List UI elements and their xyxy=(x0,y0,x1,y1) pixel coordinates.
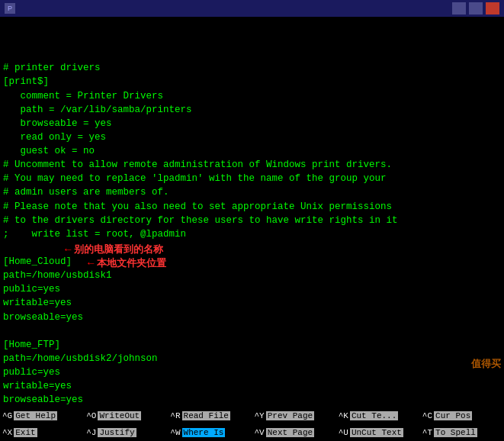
terminal-line: # admin users are members of. xyxy=(3,187,169,198)
terminal-line: # You may need to replace 'lpadmin' with… xyxy=(3,173,387,184)
shortcut-key-2: ^R xyxy=(170,411,180,420)
close-button[interactable] xyxy=(486,2,499,14)
terminal-line: # to the drivers directory for these use… xyxy=(3,215,398,226)
shortcut-key-3: ^Y xyxy=(254,411,264,420)
shortcut-key-7: ^J xyxy=(86,428,96,437)
shortcut-item-8[interactable]: ^WWhere Is xyxy=(168,424,252,441)
terminal-text: # printer drivers [print$] comment = Pri… xyxy=(3,63,398,407)
terminal-line: writable=yes xyxy=(3,381,72,391)
shortcut-label-10: UnCut Text xyxy=(350,428,403,437)
caret-8: ^ xyxy=(170,428,175,437)
shortcut-item-4[interactable]: ^KCut Te... xyxy=(336,407,420,424)
caret-2: ^ xyxy=(170,411,175,420)
shortcut-label-11: To Spell xyxy=(434,428,477,437)
caret-3: ^ xyxy=(254,411,259,420)
terminal-line: guest ok = no xyxy=(3,146,95,156)
terminal-line: # Please note that you also need to set … xyxy=(3,201,392,212)
terminal-wrapper: # printer drivers [print$] comment = Pri… xyxy=(0,32,504,407)
shortcut-item-9[interactable]: ^VNext Page xyxy=(252,424,335,441)
shortcut-bar: ^GGet Help^OWriteOut^RRead File^YPrev Pa… xyxy=(0,407,504,441)
shortcut-key-9: ^V xyxy=(254,428,264,437)
terminal-line: browseable=yes xyxy=(3,312,83,323)
shortcut-label-0: Get Help xyxy=(14,411,57,420)
shortcut-key-1: ^O xyxy=(86,411,96,420)
caret-11: ^ xyxy=(422,428,428,437)
minimize-button[interactable] xyxy=(452,2,466,14)
shortcut-key-0: ^G xyxy=(2,411,12,420)
terminal-line: [print$] xyxy=(3,76,49,87)
shortcut-item-0[interactable]: ^GGet Help xyxy=(0,407,84,424)
shortcut-label-5: Cur Pos xyxy=(434,411,472,420)
caret-10: ^ xyxy=(339,428,344,437)
terminal-line: path = /var/lib/samba/printers xyxy=(3,105,192,115)
title-bar: P xyxy=(0,0,504,17)
caret-5: ^ xyxy=(422,411,428,420)
shortcut-label-8: Where Is xyxy=(182,428,226,437)
shortcut-label-4: Cut Te... xyxy=(350,411,398,420)
shortcut-label-2: Read File xyxy=(182,411,230,420)
caret-7: ^ xyxy=(86,428,91,437)
shortcut-item-1[interactable]: ^OWriteOut xyxy=(84,407,168,424)
terminal-line: # printer drivers xyxy=(3,63,101,73)
caret-0: ^ xyxy=(2,411,8,420)
shortcut-key-4: ^K xyxy=(339,411,348,420)
terminal-line: writable=yes xyxy=(3,298,72,308)
shortcut-label-7: Justify xyxy=(98,428,136,437)
terminal-line: browseable=yes xyxy=(3,394,83,405)
shortcut-key-6: ^X xyxy=(2,428,12,437)
shortcut-label-6: Exit xyxy=(14,428,37,437)
terminal-line: public=yes xyxy=(3,284,60,295)
shortcut-item-3[interactable]: ^YPrev Page xyxy=(252,407,335,424)
shortcut-item-5[interactable]: ^CCur Pos xyxy=(420,407,504,424)
caret-6: ^ xyxy=(2,428,8,437)
terminal-content[interactable]: # printer drivers [print$] comment = Pri… xyxy=(0,32,504,407)
shortcut-item-11[interactable]: ^TTo Spell xyxy=(420,424,504,441)
caret-4: ^ xyxy=(339,411,344,420)
shortcut-label-9: Next Page xyxy=(266,428,314,437)
shortcut-key-10: ^U xyxy=(339,428,348,437)
terminal-line: read only = yes xyxy=(3,132,106,143)
maximize-button[interactable] xyxy=(469,2,483,14)
shortcut-item-6[interactable]: ^XExit xyxy=(0,424,84,441)
shortcut-item-10[interactable]: ^UUnCut Text xyxy=(336,424,420,441)
terminal-line: # Uncomment to allow remote administrati… xyxy=(3,159,392,170)
shortcut-key-5: ^C xyxy=(422,411,432,420)
caret-1: ^ xyxy=(86,411,91,420)
terminal-line: [Home_FTP] xyxy=(3,340,60,350)
shortcut-item-2[interactable]: ^RRead File xyxy=(168,407,252,424)
terminal-line: path=/home/usbdisk1 xyxy=(3,270,112,281)
terminal-line: ; write list = root, @lpadmin xyxy=(3,229,186,240)
caret-9: ^ xyxy=(254,428,259,437)
shortcut-key-11: ^T xyxy=(422,428,432,437)
terminal-line: path=/home/usbdisk2/johnson xyxy=(3,353,158,364)
shortcut-label-1: WriteOut xyxy=(98,411,141,420)
window-controls xyxy=(452,2,499,14)
shortcut-item-7[interactable]: ^JJustify xyxy=(84,424,168,441)
terminal-line: comment = Printer Drivers xyxy=(3,91,163,101)
shortcut-label-3: Prev Page xyxy=(266,411,314,420)
terminal-line: [Home_Cloud] xyxy=(3,256,72,267)
shortcut-key-8: ^W xyxy=(170,428,180,437)
nano-header xyxy=(0,17,504,32)
terminal-line: public=yes xyxy=(3,367,60,378)
putty-icon: P xyxy=(5,3,15,14)
terminal-line: browseable = yes xyxy=(3,118,112,129)
